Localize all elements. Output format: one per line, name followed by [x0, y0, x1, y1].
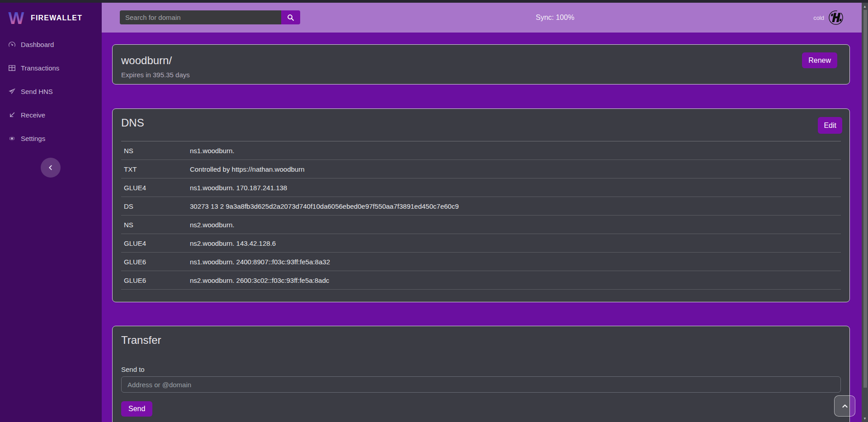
svg-text:W: W: [9, 9, 24, 28]
domain-card: woodburn/ Expires in 395.35 days Renew: [112, 44, 850, 84]
dns-records-table: NS ns1.woodburn. TXT Controlled by https…: [121, 141, 841, 290]
brand: W FIREWALLET: [0, 3, 102, 33]
record-type: NS: [121, 216, 187, 234]
topbar: Sync: 100% cold: [102, 3, 862, 33]
search-input[interactable]: [120, 10, 281, 24]
table-icon: [8, 64, 16, 72]
sidebar-item-send-hns[interactable]: Send HNS: [0, 80, 102, 103]
gear-icon: [8, 135, 16, 142]
arrow-down-left-icon: [8, 111, 16, 119]
main-content: woodburn/ Expires in 395.35 days Renew D…: [102, 33, 862, 422]
chevron-up-icon: [841, 403, 849, 410]
send-to-label: Send to: [121, 366, 841, 373]
chevron-left-icon: [47, 164, 54, 171]
dns-record-row: DS 30273 13 2 9a3a8fb3d625d2a2073d740f10…: [121, 197, 841, 216]
record-value: ns1.woodburn. 170.187.241.138: [187, 178, 841, 197]
transfer-card: Transfer Send to Send: [112, 326, 850, 422]
app-window: W FIREWALLET Dashboard Transactions: [0, 0, 868, 422]
sidebar-item-dashboard[interactable]: Dashboard: [0, 33, 102, 56]
record-value: ns2.woodburn. 2600:3c02::f03c:93ff:fe5a:…: [187, 271, 841, 290]
brand-name: FIREWALLET: [31, 14, 82, 22]
dns-record-row: NS ns1.woodburn.: [121, 141, 841, 160]
sidebar-item-receive[interactable]: Receive: [0, 103, 102, 127]
firewallet-logo-icon: W: [7, 8, 25, 28]
sidebar-item-label: Dashboard: [21, 41, 54, 48]
record-value: ns2.woodburn. 143.42.128.6: [187, 234, 841, 253]
record-value: ns1.woodburn. 2400:8907::f03c:93ff:fe5a:…: [187, 253, 841, 271]
sidebar-item-label: Transactions: [21, 64, 59, 72]
wallet-selector: cold: [813, 3, 844, 33]
dns-record-row: GLUE4 ns1.woodburn. 170.187.241.138: [121, 178, 841, 197]
dns-card: DNS Edit NS ns1.woodburn. TXT Controlled…: [112, 108, 850, 302]
domain-title: woodburn/: [121, 54, 839, 67]
record-type: GLUE4: [121, 178, 187, 197]
scrollbar: ▲ ▼: [862, 3, 868, 422]
sidebar-item-settings[interactable]: Settings: [0, 127, 102, 150]
record-type: GLUE6: [121, 271, 187, 290]
speedometer-icon: [8, 41, 16, 48]
dns-title: DNS: [121, 117, 841, 129]
sidebar-item-label: Receive: [21, 111, 45, 119]
sidebar-item-label: Settings: [21, 135, 45, 142]
scrollbar-thumb[interactable]: [863, 10, 867, 388]
record-value: ns2.woodburn.: [187, 216, 841, 234]
domain-expiry: Expires in 395.35 days: [121, 71, 839, 79]
transfer-address-input[interactable]: [121, 376, 841, 393]
renew-button[interactable]: Renew: [802, 52, 837, 68]
search-button[interactable]: [281, 10, 300, 24]
record-type: GLUE6: [121, 253, 187, 271]
record-type: GLUE4: [121, 234, 187, 253]
sidebar-item-label: Send HNS: [21, 88, 53, 95]
record-type: DS: [121, 197, 187, 216]
hns-logo-icon[interactable]: [828, 10, 844, 25]
edit-dns-button[interactable]: Edit: [818, 117, 842, 134]
record-value: ns1.woodburn.: [187, 141, 841, 160]
sync-status: Sync: 100%: [536, 3, 574, 33]
wallet-name-label: cold: [813, 14, 824, 21]
sidebar: W FIREWALLET Dashboard Transactions: [0, 3, 102, 422]
transfer-title: Transfer: [121, 334, 841, 347]
sidebar-collapse-button[interactable]: [41, 158, 61, 178]
record-type: NS: [121, 141, 187, 160]
send-transfer-button[interactable]: Send: [121, 401, 152, 417]
sidebar-item-transactions[interactable]: Transactions: [0, 56, 102, 80]
record-type: TXT: [121, 160, 187, 178]
dns-record-row: GLUE6 ns1.woodburn. 2400:8907::f03c:93ff…: [121, 253, 841, 271]
scroll-to-top-button[interactable]: [834, 395, 855, 417]
send-icon: [8, 88, 16, 95]
sidebar-nav: Dashboard Transactions Send HNS Receive: [0, 33, 102, 150]
scrollbar-up-arrow-icon[interactable]: ▲: [862, 4, 868, 9]
dns-record-row: TXT Controlled by https://nathan.woodbur…: [121, 160, 841, 178]
record-value: 30273 13 2 9a3a8fb3d625d2a2073d740f10da6…: [187, 197, 841, 216]
domain-search: [120, 10, 300, 24]
dns-record-row: GLUE6 ns2.woodburn. 2600:3c02::f03c:93ff…: [121, 271, 841, 290]
search-icon: [287, 14, 294, 21]
dns-record-row: NS ns2.woodburn.: [121, 216, 841, 234]
dns-record-row: GLUE4 ns2.woodburn. 143.42.128.6: [121, 234, 841, 253]
record-value: Controlled by https://nathan.woodburn: [187, 160, 841, 178]
scrollbar-down-arrow-icon[interactable]: ▼: [862, 416, 868, 421]
